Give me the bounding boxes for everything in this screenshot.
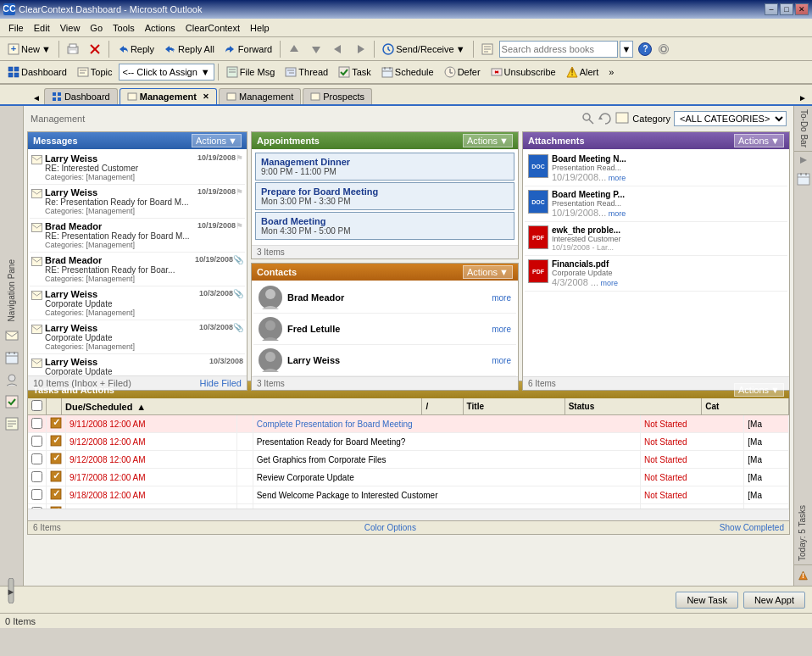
menu-help[interactable]: Help <box>245 21 275 35</box>
table-row[interactable]: ✓ 9/12/2008 12:00 AM Get Graphics from C… <box>28 451 789 469</box>
menu-go[interactable]: Go <box>85 21 108 35</box>
col-title[interactable]: Title <box>463 398 565 415</box>
file-msg-button[interactable]: File Msg <box>222 64 280 81</box>
close-button[interactable]: ✕ <box>795 3 809 15</box>
reply-all-button[interactable]: Reply All <box>160 41 219 58</box>
list-item[interactable]: Management Dinner 9:00 PM - 11:00 PM <box>255 153 514 181</box>
tab-nav-right[interactable]: ► <box>797 92 809 104</box>
messages-actions-button[interactable]: Actions ▼ <box>192 134 242 147</box>
tasks-body-scroll[interactable]: ✓ 9/11/2008 12:00 AM Complete Presentati… <box>28 415 789 509</box>
dashboard-button[interactable]: Dashboard <box>3 64 71 81</box>
todo-bar-expand[interactable] <box>794 152 812 169</box>
appointments-actions-button[interactable]: Actions ▼ <box>463 134 513 147</box>
task-checkbox-2[interactable] <box>31 436 42 447</box>
show-completed-link[interactable]: Show Completed <box>720 523 784 532</box>
task-button[interactable]: Task <box>334 64 375 81</box>
schedule-button[interactable]: Schedule <box>377 64 438 81</box>
list-item[interactable]: Larry Weiss 10/3/2008 Corporate Update C… <box>30 354 245 375</box>
table-row[interactable]: ✓ 9/17/2008 12:00 AM Review Corporate Up… <box>28 469 789 486</box>
table-row[interactable]: ✓ 9/18/2008 12:00 AM Send Welcome Packag… <box>28 486 789 504</box>
list-item[interactable]: Fred Letulle more <box>253 314 516 345</box>
list-item[interactable]: Larry Weiss 10/19/2008 Re: Presentation … <box>30 185 245 219</box>
window-controls[interactable]: – □ ✕ <box>765 3 809 15</box>
new-button[interactable]: + New ▼ <box>3 41 55 58</box>
task-checkbox-4[interactable] <box>31 471 42 482</box>
hide-filed-link[interactable]: Hide Filed <box>199 378 242 388</box>
maximize-button[interactable]: □ <box>780 3 793 15</box>
list-item[interactable]: PDF ewk_the proble... Interested Custome… <box>525 222 787 256</box>
today-bar-icon[interactable]: ! <box>794 565 812 586</box>
nav-expand-button[interactable]: ► <box>7 578 15 605</box>
list-item[interactable]: Larry Weiss 10/3/2008 Corporate Update C… <box>30 320 245 354</box>
refresh-icon[interactable] <box>598 112 612 125</box>
address-book-button[interactable] <box>477 41 498 58</box>
tasks-scroll-area[interactable]: Due/Scheduled ▲ / Title Status Cat <box>28 398 789 509</box>
list-item[interactable]: DOC Board Meeting N... Presentation Read… <box>525 151 787 186</box>
list-item[interactable]: Larry Weiss 10/3/2008 Corporate Update C… <box>30 286 245 320</box>
nav-mail-icon[interactable] <box>5 329 19 344</box>
nav-tasks-icon[interactable] <box>5 395 19 410</box>
attach-more-link-3[interactable]: more <box>601 279 619 287</box>
col-cat[interactable]: Cat <box>702 398 789 415</box>
task-checkbox-5[interactable] <box>31 489 42 500</box>
list-item[interactable]: Larry Weiss more <box>253 345 516 376</box>
contact-more-link[interactable]: more <box>492 293 511 303</box>
menu-edit[interactable]: Edit <box>29 21 55 35</box>
tab-management-active[interactable]: Management ✕ <box>120 88 217 104</box>
calendar-mini-icon[interactable] <box>797 172 810 187</box>
minimize-button[interactable]: – <box>765 3 778 15</box>
category-select[interactable]: <ALL CATEGORIES> <box>674 111 787 126</box>
contact-more-link[interactable]: more <box>492 325 511 334</box>
menu-clearcontext[interactable]: ClearContext <box>181 21 245 35</box>
search-icon[interactable] <box>581 112 595 125</box>
new-appt-button[interactable]: New Appt <box>743 592 805 609</box>
task-checkbox-1[interactable] <box>31 418 42 429</box>
contacts-actions-button[interactable]: Actions ▼ <box>463 265 513 279</box>
menu-actions[interactable]: Actions <box>140 21 181 35</box>
settings-button[interactable] <box>653 41 674 58</box>
thread-button[interactable]: Thread <box>281 64 332 81</box>
task-checkbox-6[interactable] <box>31 507 42 509</box>
nav-notes-icon[interactable] <box>5 417 19 432</box>
list-item[interactable]: DOC Board Meeting P... Presentation Read… <box>525 186 787 222</box>
color-options-link[interactable]: Color Options <box>364 523 416 532</box>
move-right-button[interactable] <box>350 41 370 58</box>
delete-button[interactable] <box>85 41 105 58</box>
table-row[interactable]: ✓ 9/11/2008 12:00 AM Complete Presentati… <box>28 415 789 433</box>
col-status[interactable]: Status <box>565 398 702 415</box>
tab-management-2[interactable]: Management <box>219 88 301 104</box>
list-item[interactable]: Board Meeting Mon 4:30 PM - 5:00 PM <box>255 212 514 240</box>
tab-prospects[interactable]: Prospects <box>303 88 372 104</box>
move-down-button[interactable] <box>306 41 326 58</box>
select-all-checkbox[interactable] <box>31 400 42 411</box>
assign-dropdown[interactable]: <-- Click to Assign ▼ <box>119 64 214 81</box>
move-up-button[interactable] <box>284 41 304 58</box>
list-item[interactable]: Brad Meador more <box>253 282 516 314</box>
attach-more-link[interactable]: more <box>609 174 626 182</box>
search-dropdown[interactable]: ▼ <box>620 41 634 58</box>
attach-more-link-2[interactable]: more <box>609 209 626 218</box>
defer-button[interactable]: Defer <box>440 64 485 81</box>
tasks-actions-button[interactable]: Actions ▼ <box>734 383 784 397</box>
tab-dashboard[interactable]: Dashboard <box>44 88 118 104</box>
table-row[interactable]: ✓ 9/12/2008 12:00 AM Presentation Ready … <box>28 433 789 451</box>
tab-nav-left[interactable]: ◄ <box>31 92 42 104</box>
nav-contacts-icon[interactable] <box>5 373 19 388</box>
reply-button[interactable]: Reply <box>113 41 159 58</box>
print-button[interactable] <box>63 41 83 58</box>
list-item[interactable]: Larry Weiss 10/19/2008 RE: Interested Cu… <box>30 151 245 185</box>
list-item[interactable]: Prepare for Board Meeting Mon 3:00 PM - … <box>255 182 514 210</box>
forward-button[interactable]: Forward <box>220 41 276 58</box>
menu-view[interactable]: View <box>55 21 86 35</box>
send-receive-button[interactable]: Send/Receive ▼ <box>378 41 469 58</box>
list-item[interactable]: Brad Meador 10/19/2008 RE: Presentation … <box>30 219 245 253</box>
search-input[interactable] <box>502 44 595 54</box>
col-due[interactable]: Due/Scheduled ▲ <box>62 398 422 415</box>
unsubscribe-button[interactable]: Unsubscribe <box>487 64 560 81</box>
attachments-actions-button[interactable]: Actions ▼ <box>734 134 784 147</box>
help-button[interactable]: ? <box>638 42 652 56</box>
move-left-button[interactable] <box>328 41 348 58</box>
contact-more-link[interactable]: more <box>492 356 511 365</box>
more-button[interactable]: » <box>604 64 618 80</box>
nav-calendar-icon[interactable] <box>5 351 19 366</box>
